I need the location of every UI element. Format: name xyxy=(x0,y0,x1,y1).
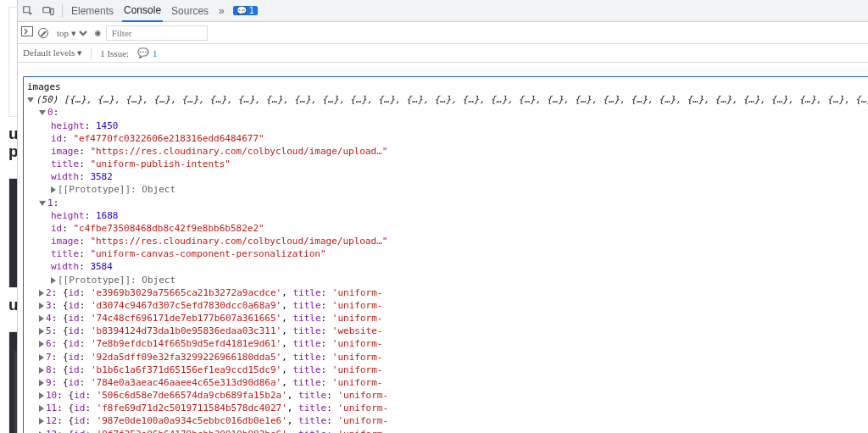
item-1-image: image: "https://res.cloudinary.com/colby… xyxy=(27,235,868,247)
item-0-width: width: 3582 xyxy=(27,170,868,183)
issue-link[interactable]: 💬 1 xyxy=(137,47,158,58)
item-3-collapsed[interactable]: 3: {id: 'd3074c9467d307c5efd7830dcc0a68a… xyxy=(27,299,868,312)
caret-down-icon[interactable] xyxy=(27,97,34,103)
dark-sidebar xyxy=(14,351,17,433)
item-1-proto: [[Prototype]]: Object xyxy=(27,274,868,286)
console-subbar2: Default levels ▾ 1 Issue: 💬 1 xyxy=(18,44,868,63)
item-1-id: id: "c4fbe73508468db8c42f9e8bb6b582e2" xyxy=(27,222,868,235)
card-query-string-signal[interactable]: Follow on … Add Signal to Follow on Soci… xyxy=(8,331,17,433)
console-log[interactable]: images (50) [{…}, {…}, {…}, {…}, {…}, {…… xyxy=(23,76,868,433)
console-body[interactable]: index.js?4080:29 images (50) [{…}, {…}, … xyxy=(18,63,868,433)
caret-right-icon xyxy=(39,418,44,425)
inspect-icon[interactable] xyxy=(21,4,35,18)
levels-select[interactable]: Default levels ▾ xyxy=(23,47,82,58)
live-expr-icon[interactable]: ◉ xyxy=(95,27,101,38)
source-link[interactable]: index.js?4080:29 xyxy=(23,64,868,76)
devtools-panel: Elements Console Sources » 💬 1 ⚙ ⋮ ✕ top… xyxy=(17,0,868,433)
thumb-add-intent: Intents ✕ Add an Intent Intents allow yo… xyxy=(8,178,17,288)
item-0-height: height: 1450 xyxy=(27,119,868,132)
item-0-id: id: "ef4770fc0322606e218316edd6484677" xyxy=(27,132,868,145)
webpage-panel: My Space Jelly Blog headline Sign up for… xyxy=(0,0,17,433)
caret-right-icon xyxy=(39,328,44,335)
console-subbar: top ▾ ◉ 1 hidden ⚙ xyxy=(18,22,868,44)
caret-down-icon xyxy=(39,201,46,206)
item-5-collapsed[interactable]: 5: {id: 'b8394124d73da1b0e95836edaa03c31… xyxy=(27,325,868,337)
item-1-header[interactable]: 1: xyxy=(27,197,868,209)
divider xyxy=(91,47,92,59)
item-8-collapsed[interactable]: 8: {id: 'b1b6c1a6f371d65156ef1ea9ccd15dc… xyxy=(27,364,868,376)
context-select[interactable]: top ▾ xyxy=(53,27,90,39)
item-6-collapsed[interactable]: 6: {id: '7e8b9efdcb14f665b9d5efd4181e9d6… xyxy=(27,337,868,350)
caret-right-icon xyxy=(39,354,44,361)
item-1-width: width: 3584 xyxy=(27,260,868,273)
tab-more[interactable]: » xyxy=(217,5,226,17)
caret-right-icon xyxy=(51,186,56,193)
card-add-intent[interactable]: Intents ✕ Add an Intent Intents allow yo… xyxy=(8,178,17,314)
log-array-preview: (50) [{…}, {…}, {…}, {…}, {…}, {…}, {…},… xyxy=(27,93,868,106)
item-1-title: title: "uniform-canvas-component-persona… xyxy=(27,247,868,260)
thumb-query-string: Follow on … Add Signal to Follow on Soci… xyxy=(8,331,17,433)
item-2-collapsed[interactable]: 2: {id: 'e3969b3029a75665ca21b3272a9acdc… xyxy=(27,286,868,299)
item-4-collapsed[interactable]: 4: {id: '74c48cf696171de7eb177b607a36166… xyxy=(27,312,868,325)
caret-right-icon xyxy=(39,290,44,297)
item-10-collapsed[interactable]: 10: {id: '506c6d58e7de66574da9cb689fa15b… xyxy=(27,389,868,402)
caret-right-icon xyxy=(39,380,44,386)
caret-right-icon xyxy=(39,341,44,347)
tab-console[interactable]: Console xyxy=(122,4,163,22)
log-header: images xyxy=(27,80,868,93)
device-icon[interactable] xyxy=(42,4,55,18)
card-composition[interactable]: My Space Jelly Blog headline Sign up for… xyxy=(8,7,17,161)
caret-right-icon xyxy=(39,303,44,309)
item-7-collapsed[interactable]: 7: {id: '92da5dff09e32fa3299226966180dda… xyxy=(27,351,868,364)
tab-elements[interactable]: Elements xyxy=(70,5,115,17)
caret-down-icon xyxy=(39,110,46,115)
filter-input[interactable] xyxy=(106,25,208,41)
item-11-collapsed[interactable]: 11: {id: 'f8fe69d71d2c5019711584b578dc40… xyxy=(27,402,868,414)
item-13-collapsed[interactable]: 13: {id: '9f7f352e06b64179bcbb20919b983b… xyxy=(27,428,868,433)
item-0-image: image: "https://res.cloudinary.com/colby… xyxy=(27,145,868,158)
issues-badge[interactable]: 💬 1 xyxy=(233,6,258,15)
caret-right-icon xyxy=(39,315,44,322)
devtools-toolbar: Elements Console Sources » 💬 1 ⚙ ⋮ ✕ xyxy=(18,0,868,22)
item-0-title: title: "uniform-publish-intents" xyxy=(27,158,868,170)
tab-sources[interactable]: Sources xyxy=(170,5,210,17)
item-0-header[interactable]: 0: xyxy=(27,106,868,119)
svg-rect-1 xyxy=(51,8,54,14)
caret-right-icon xyxy=(39,392,44,399)
card-caption: uniform-add-new-intent xyxy=(8,297,17,314)
card-caption: uniform-composition-data-props xyxy=(8,125,17,161)
item-12-collapsed[interactable]: 12: {id: '987e0de100a0a934c5ebbc016db0e1… xyxy=(27,414,868,427)
clear-console-icon[interactable] xyxy=(38,28,48,38)
caret-right-icon xyxy=(39,405,44,412)
divider xyxy=(62,4,63,18)
item-1-height: height: 1688 xyxy=(27,209,868,222)
svg-rect-0 xyxy=(43,7,50,12)
item-9-collapsed[interactable]: 9: {id: '784e0a3aeac46aaee4c65e313d90d86… xyxy=(27,376,868,389)
caret-right-icon xyxy=(39,367,44,374)
thumb-composition: My Space Jelly Blog headline Sign up for… xyxy=(8,7,17,117)
caret-right-icon xyxy=(51,277,56,284)
sidebar-toggle-icon[interactable] xyxy=(21,26,33,39)
item-0-proto: [[Prototype]]: Object xyxy=(27,183,868,196)
issues-label: 1 Issue: xyxy=(100,48,129,58)
